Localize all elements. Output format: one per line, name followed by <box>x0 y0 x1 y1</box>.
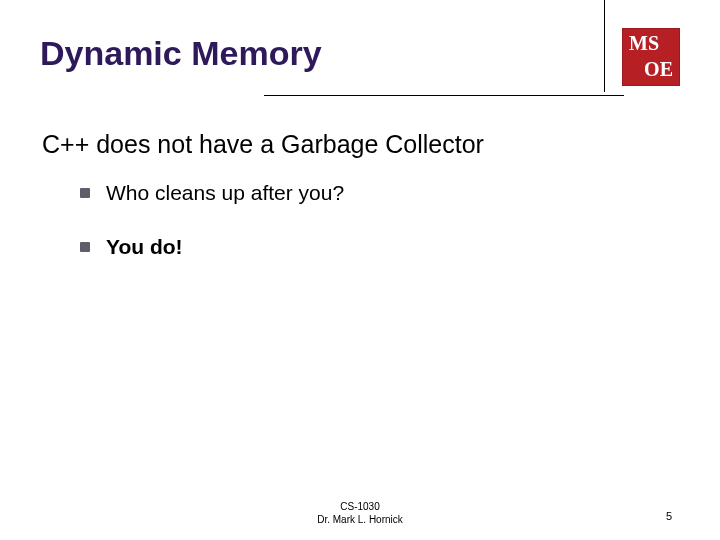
msoe-logo: MS OE <box>622 28 680 86</box>
bullet-icon <box>80 188 90 198</box>
bullet-text: You do! <box>106 235 183 259</box>
rule-horizontal <box>264 95 624 96</box>
slide-subhead: C++ does not have a Garbage Collector <box>42 130 680 159</box>
slide-title: Dynamic Memory <box>40 28 322 73</box>
bullet-item: Who cleans up after you? <box>80 181 680 205</box>
bullet-icon <box>80 242 90 252</box>
logo-wrap: MS OE <box>604 28 680 100</box>
bullet-list: Who cleans up after you? You do! <box>80 181 680 259</box>
footer: CS-1030 Dr. Mark L. Hornick <box>0 501 720 526</box>
header-row: Dynamic Memory MS OE <box>40 28 680 100</box>
logo-bottom-text: OE <box>644 58 673 81</box>
rule-vertical <box>604 0 605 92</box>
slide: Dynamic Memory MS OE C++ does not have a… <box>0 0 720 540</box>
footer-author: Dr. Mark L. Hornick <box>0 514 720 527</box>
page-number: 5 <box>666 510 672 522</box>
bullet-text: Who cleans up after you? <box>106 181 344 205</box>
bullet-item: You do! <box>80 235 680 259</box>
logo-top-text: MS <box>629 32 659 55</box>
footer-course: CS-1030 <box>0 501 720 514</box>
